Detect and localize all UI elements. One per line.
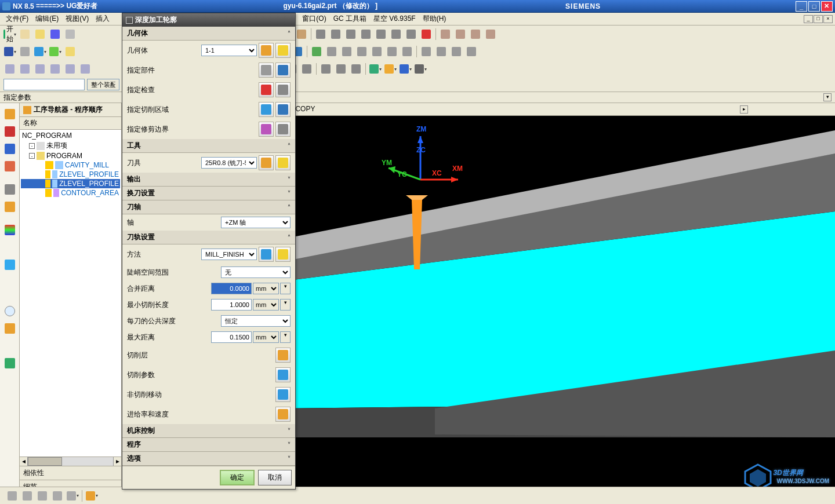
collapse-icon[interactable]: - xyxy=(29,143,35,149)
tb-12[interactable] xyxy=(469,27,482,41)
menu-gc[interactable]: GC 工具箱 xyxy=(330,13,370,24)
mdi-min[interactable]: _ xyxy=(804,15,813,23)
merge-dd[interactable]: ▾ xyxy=(280,283,291,294)
minlen-unit[interactable]: mm xyxy=(253,299,279,311)
side-icon-5[interactable] xyxy=(3,182,17,196)
bt-4[interactable] xyxy=(50,489,64,503)
axis-combo[interactable]: +ZM 轴 xyxy=(221,217,291,228)
check-display-button[interactable] xyxy=(275,82,291,97)
method-combo[interactable]: MILL_FINISH xyxy=(201,249,257,260)
save-button[interactable] xyxy=(48,27,62,41)
part-display-button[interactable] xyxy=(275,63,291,78)
tree-root[interactable]: NC_PROGRAM xyxy=(21,131,120,140)
tb-r2-1[interactable] xyxy=(18,45,32,59)
tree-op-z2-selected[interactable]: ZLEVEL_PROFILE xyxy=(21,179,120,188)
tb-r2-3[interactable] xyxy=(48,45,62,59)
merge-unit[interactable]: mm xyxy=(253,283,279,294)
part-select-button[interactable] xyxy=(259,63,274,78)
maxd-dd[interactable]: ▾ xyxy=(280,331,291,343)
side-nav-icon[interactable] xyxy=(3,107,17,121)
tb-3[interactable] xyxy=(314,27,328,41)
bt-5[interactable] xyxy=(66,489,79,503)
mdi-restore[interactable]: □ xyxy=(814,15,823,23)
sec-geometry[interactable]: 几何体˄ xyxy=(122,27,295,41)
param-collapse[interactable]: ▾ xyxy=(823,93,832,101)
minlen-dd[interactable]: ▾ xyxy=(280,299,291,311)
menu-edit[interactable]: 编辑(E) xyxy=(32,13,62,24)
tb-r3-2[interactable] xyxy=(18,62,32,76)
tb-7[interactable] xyxy=(374,27,388,41)
depth-combo[interactable]: 恒定 xyxy=(221,315,291,327)
tb-r3-9[interactable] xyxy=(319,62,333,76)
trim-display-button[interactable] xyxy=(275,122,291,137)
trim-select-button[interactable] xyxy=(259,122,274,137)
geom-combo[interactable]: 1-1 xyxy=(201,45,257,56)
tb-10[interactable] xyxy=(438,27,452,41)
side-clock-icon[interactable] xyxy=(3,304,17,318)
noncut-button[interactable] xyxy=(275,387,291,402)
collapse-icon[interactable]: - xyxy=(29,153,35,159)
sec-toolchange[interactable]: 换刀设置˅ xyxy=(122,187,295,200)
tree-unused[interactable]: -未用项 xyxy=(21,140,120,151)
pin-icon[interactable] xyxy=(126,17,133,24)
selection-filter-combo[interactable] xyxy=(3,79,85,90)
sec-output[interactable]: 输出˅ xyxy=(122,173,295,187)
tb-9[interactable] xyxy=(404,27,418,41)
tb-r3-3[interactable] xyxy=(33,62,47,76)
side-icon-3[interactable] xyxy=(3,142,17,156)
geom-wrench-button[interactable] xyxy=(275,43,291,58)
tb-r3-12[interactable] xyxy=(368,62,382,76)
tb-r2-12[interactable] xyxy=(385,45,399,59)
tb-r3-11[interactable] xyxy=(349,62,363,76)
tb-2[interactable] xyxy=(295,27,308,41)
tb-r2-15[interactable] xyxy=(434,45,448,59)
tb-r3-13[interactable] xyxy=(383,62,397,76)
nav-hscroll[interactable]: ◂▸ xyxy=(20,456,121,466)
ok-button[interactable]: 确定 xyxy=(220,470,255,485)
side-icon-8[interactable] xyxy=(3,258,17,272)
method-edit-button[interactable] xyxy=(259,247,274,262)
sec-program[interactable]: 程序˅ xyxy=(122,438,295,452)
tb-r2-7[interactable] xyxy=(310,45,324,59)
tree-op-cavity[interactable]: CAVITY_MILL xyxy=(21,160,120,170)
tool-new-button[interactable] xyxy=(259,155,274,170)
tree-op-z1[interactable]: ZLEVEL_PROFILE xyxy=(21,170,120,179)
side-icon-2[interactable] xyxy=(3,125,17,138)
tb-r2-11[interactable] xyxy=(370,45,384,59)
side-icon-11[interactable] xyxy=(3,356,17,370)
method-wrench-button[interactable] xyxy=(275,247,291,262)
tb-4[interactable] xyxy=(329,27,343,41)
sec-axis[interactable]: 刀轴˄ xyxy=(122,200,295,214)
menu-file[interactable]: 文件(F) xyxy=(2,13,32,24)
menu-help[interactable]: 帮助(H) xyxy=(419,13,450,24)
tb-r3-1[interactable] xyxy=(3,62,17,76)
tree-op-contour[interactable]: CONTOUR_AREA xyxy=(21,188,120,198)
tb-r3-5[interactable] xyxy=(63,62,77,76)
tb-13[interactable] xyxy=(484,27,498,41)
sel-filter[interactable] xyxy=(3,45,17,59)
maxd-input[interactable] xyxy=(211,331,252,343)
cut-params-button[interactable] xyxy=(275,367,291,382)
new-button[interactable] xyxy=(18,27,32,41)
context-panel-toggle[interactable]: ▸ xyxy=(740,105,748,114)
sec-tool[interactable]: 工具˄ xyxy=(122,139,295,153)
tool-combo[interactable]: 25R0.8 (铣刀-5 xyxy=(201,157,257,169)
geom-edit-button[interactable] xyxy=(259,43,274,58)
tb-r3-14[interactable] xyxy=(398,62,412,76)
tb-r3-8[interactable] xyxy=(300,62,314,76)
tb-r3-15[interactable] xyxy=(413,62,427,76)
tb-r3-10[interactable] xyxy=(334,62,348,76)
cut-select-button[interactable] xyxy=(259,102,274,117)
tb-del[interactable] xyxy=(419,27,433,41)
steep-combo[interactable]: 无 xyxy=(221,266,291,278)
start-button[interactable]: 开始 xyxy=(3,27,17,41)
tb-6[interactable] xyxy=(359,27,373,41)
cut-level-button[interactable] xyxy=(275,348,291,363)
merge-input[interactable] xyxy=(211,283,252,294)
sec-machine[interactable]: 机床控制˅ xyxy=(122,424,295,438)
mdi-close[interactable]: × xyxy=(823,15,833,23)
bt-3[interactable] xyxy=(35,489,49,503)
check-select-button[interactable] xyxy=(259,82,274,97)
nav-dep[interactable]: 相依性 xyxy=(20,466,121,480)
menu-insert[interactable]: 插入 xyxy=(92,13,113,24)
